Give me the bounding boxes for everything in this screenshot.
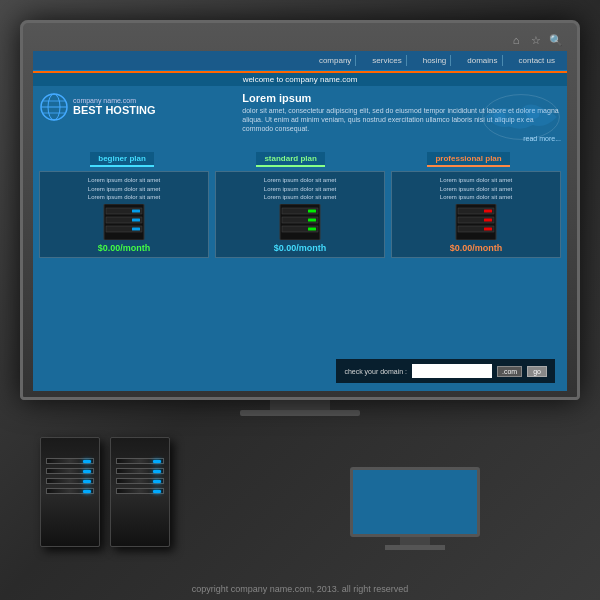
domain-input[interactable] xyxy=(412,364,492,378)
domain-label: check your domain : xyxy=(344,368,407,375)
plan-title-professional[interactable]: professional plan xyxy=(427,152,509,167)
server-light-7 xyxy=(153,480,161,483)
server-light-8 xyxy=(153,490,161,493)
plan-server-icon-1 xyxy=(102,204,146,240)
svg-rect-26 xyxy=(484,228,492,231)
server-stripe-7 xyxy=(116,478,164,484)
small-monitor xyxy=(350,467,480,557)
svg-rect-15 xyxy=(308,210,316,213)
plan-text-2: Lorem ipsum dolor sit amet xyxy=(44,185,204,193)
domain-go-button[interactable]: go xyxy=(527,366,547,377)
company-text-block: company name.com BEST HOSTING xyxy=(73,97,156,116)
server-light-2 xyxy=(83,470,91,473)
search-icon[interactable]: 🔍 xyxy=(549,33,563,47)
plan-price-1: $0.00/month xyxy=(44,243,204,253)
server-light-4 xyxy=(83,490,91,493)
main-content: company name.com BEST HOSTING xyxy=(33,86,567,148)
plan-text-1: Lorem ipsum dolor sit amet xyxy=(44,176,204,184)
server-light-1 xyxy=(83,460,91,463)
domain-check: check your domain : .com go xyxy=(336,359,555,383)
plan-price-2: $0.00/month xyxy=(220,243,380,253)
website: company services hosing domains contact … xyxy=(33,51,567,262)
home-icon[interactable]: ⌂ xyxy=(509,33,523,47)
nav-contact[interactable]: contact us xyxy=(515,55,559,66)
monitor-top-bar: ⌂ ☆ 🔍 xyxy=(33,33,567,47)
plans-section: beginer plan standard plan professional … xyxy=(33,148,567,262)
server-light-6 xyxy=(153,470,161,473)
plan-card-standard: Lorem ipsum dolor sit amet Lorem ipsum d… xyxy=(215,171,385,258)
small-monitor-screen xyxy=(350,467,480,537)
server-light-3 xyxy=(83,480,91,483)
copyright: copyright company name.com, 2013. all ri… xyxy=(186,578,415,600)
plan-text-7: Lorem ipsum dolor sit amet xyxy=(396,176,556,184)
server-unit-1 xyxy=(40,437,100,547)
svg-rect-17 xyxy=(308,219,316,222)
left-section: company name.com BEST HOSTING xyxy=(39,92,234,142)
svg-rect-10 xyxy=(132,219,140,222)
server-stripe-8 xyxy=(116,488,164,494)
welcome-bar: welcome to company name.com xyxy=(33,71,567,86)
company-name-small: company name.com xyxy=(73,97,156,104)
lorem-title: Lorem ipsum xyxy=(242,92,311,104)
plan-card-professional: Lorem ipsum dolor sit amet Lorem ipsum d… xyxy=(391,171,561,258)
star-icon[interactable]: ☆ xyxy=(529,33,543,47)
nav-domains[interactable]: domains xyxy=(463,55,502,66)
plan-price-3: $0.00/month xyxy=(396,243,556,253)
server-stripe-2 xyxy=(46,468,94,474)
server-stripes-2 xyxy=(116,458,164,494)
plan-text-3: Lorem ipsum dolor sit amet xyxy=(44,193,204,201)
plan-text-9: Lorem ipsum dolor sit amet xyxy=(396,193,556,201)
plan-title-beginer[interactable]: beginer plan xyxy=(90,152,154,167)
company-hosting: BEST HOSTING xyxy=(73,104,156,116)
plan-text-4: Lorem ipsum dolor sit amet xyxy=(220,176,380,184)
svg-rect-22 xyxy=(484,210,492,213)
svg-rect-24 xyxy=(484,219,492,222)
plan-title-standard[interactable]: standard plan xyxy=(256,152,324,167)
globe-icon xyxy=(39,92,69,122)
plan-text-8: Lorem ipsum dolor sit amet xyxy=(396,185,556,193)
server-stripe-5 xyxy=(116,458,164,464)
plans-header: beginer plan standard plan professional … xyxy=(39,152,561,167)
foreground xyxy=(20,407,580,567)
server-unit-2 xyxy=(110,437,170,547)
monitor-container: ⌂ ☆ 🔍 company services hosing domains co… xyxy=(20,20,580,416)
small-monitor-base xyxy=(385,545,445,550)
svg-rect-12 xyxy=(132,228,140,231)
server-group xyxy=(40,437,170,547)
screen: company services hosing domains contact … xyxy=(33,51,567,391)
right-section: Lorem ipsum dolor sit amet, consectetur … xyxy=(242,92,561,142)
plans-grid: Lorem ipsum dolor sit amet Lorem ipsum d… xyxy=(39,171,561,258)
plan-server-icon-2 xyxy=(278,204,322,240)
copyright-text: copyright company name.com, 2013. all ri… xyxy=(192,584,409,594)
small-monitor-stand xyxy=(400,537,430,545)
plan-server-icon-3 xyxy=(454,204,498,240)
company-header: company name.com BEST HOSTING xyxy=(39,92,234,122)
nav-company[interactable]: company xyxy=(315,55,356,66)
nav-bar: company services hosing domains contact … xyxy=(33,51,567,71)
domain-ext: .com xyxy=(497,366,522,377)
svg-rect-19 xyxy=(308,228,316,231)
server-stripe-6 xyxy=(116,468,164,474)
server-stripe-1 xyxy=(46,458,94,464)
svg-rect-8 xyxy=(132,210,140,213)
server-stripes-1 xyxy=(46,458,94,494)
welcome-text: welcome to company name.com xyxy=(243,75,358,84)
server-stripe-3 xyxy=(46,478,94,484)
plan-text-5: Lorem ipsum dolor sit amet xyxy=(220,185,380,193)
nav-hosing[interactable]: hosing xyxy=(419,55,452,66)
server-light-5 xyxy=(153,460,161,463)
plan-text-6: Lorem ipsum dolor sit amet xyxy=(220,193,380,201)
monitor: ⌂ ☆ 🔍 company services hosing domains co… xyxy=(20,20,580,400)
server-stripe-4 xyxy=(46,488,94,494)
nav-services[interactable]: services xyxy=(368,55,406,66)
world-map-icon xyxy=(481,92,561,142)
plan-card-beginer: Lorem ipsum dolor sit amet Lorem ipsum d… xyxy=(39,171,209,258)
